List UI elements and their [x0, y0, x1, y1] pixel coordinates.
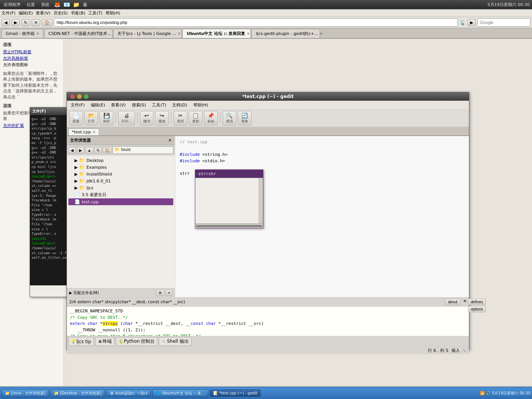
ff-help-menu[interactable]: 帮助(H)	[106, 10, 120, 16]
app-icon-2[interactable]: 📧	[63, 2, 70, 8]
go-button[interactable]: ▶	[467, 19, 476, 26]
tab-gmail[interactable]: Gmail - 收件箱 ✕	[2, 29, 43, 38]
defines-button[interactable]: defines	[468, 299, 486, 305]
tab-label: 关于ljcs - LJ Tools | Google ...	[117, 31, 176, 36]
taskbar-item-terminal[interactable]: 🖥 louis@ljpc: ~/ljcs	[106, 390, 151, 397]
tab-label: Gmail - 收件箱	[6, 31, 35, 36]
gedit-tab-close-icon[interactable]: ✕	[92, 130, 95, 134]
tab-csdn[interactable]: CSDN.NET - 中国最大的IT技术... ✕	[44, 29, 112, 38]
back-button[interactable]: ◀	[2, 19, 10, 26]
gedit-view-menu[interactable]: 查看(V)	[109, 101, 127, 109]
app-menu[interactable]: 应用程序	[2, 1, 22, 8]
tab-close-icon[interactable]: ✕	[320, 32, 323, 36]
reload-button[interactable]: ↻	[21, 19, 30, 26]
fb-back-button[interactable]: ◀	[68, 147, 76, 154]
tab-ljcs-gedit[interactable]: ljcs-gedit-plugin - gedit的c+... ✕	[252, 29, 320, 38]
ff-view-menu[interactable]: 查看(V)	[36, 10, 50, 16]
taskbar-item-desktop-files[interactable]: 📁 [Desktop - 文件浏览器]	[51, 389, 105, 397]
redo-button[interactable]: ↪ 重做	[155, 111, 169, 125]
fb-filter-button[interactable]: ≡	[166, 290, 173, 296]
sidebar-link-allow-style[interactable]: 允许风格标签	[3, 55, 60, 61]
forward-button[interactable]: ▶	[11, 19, 20, 26]
home-button[interactable]: 🏠	[42, 19, 52, 26]
gedit-tools-menu[interactable]: 工具(T)	[150, 101, 168, 109]
file-browser-close-icon[interactable]: ✕	[168, 138, 172, 143]
gedit-search-menu[interactable]: 搜索(S)	[130, 101, 148, 109]
match-files-label[interactable]: 匹配文件名(M)	[74, 290, 99, 296]
app-icon-4[interactable]: 🖥	[82, 2, 88, 8]
find-button[interactable]: 🔍 查找	[223, 111, 236, 125]
fb-refresh-button[interactable]: ↻	[94, 147, 102, 154]
fb-forward-button[interactable]: ▶	[77, 147, 84, 154]
new-button[interactable]: 📄 新建	[69, 111, 83, 125]
info-tab-shell[interactable]: 🐚 Shell 输出	[159, 337, 191, 346]
system-menu[interactable]: 系统	[40, 1, 51, 8]
ff-bookmarks-menu[interactable]: 书签(B)	[71, 10, 85, 16]
app-icon-3[interactable]: 📁	[73, 2, 79, 8]
tab-close-icon[interactable]: ✕	[36, 32, 39, 36]
terminal-content[interactable]: g++ -o2 -DND g++ -o2 -DND src/cps/cp_b c…	[30, 115, 64, 285]
term-line-18: Traceback (m	[32, 198, 64, 203]
rss-icon[interactable]: 📡	[459, 19, 466, 25]
file-tree-item-examples[interactable]: ▶ 📁 Examples	[68, 164, 173, 171]
fb-settings-button[interactable]: ⚙	[156, 290, 164, 296]
terminal-title-file[interactable]: 文件(F)	[32, 109, 46, 114]
tab-ubuntu[interactable]: Ubuntu中文 论坛 :: 发表回复 ✕	[182, 29, 251, 38]
gedit-window-controls	[70, 94, 89, 99]
fb-home-button[interactable]: 🏠	[103, 147, 112, 154]
autocomplete-item-strrchr[interactable]: strrchr	[195, 170, 263, 178]
file-tree-item-desktop[interactable]: ▶ 📁 Desktop	[68, 157, 173, 164]
sidebar-link-disable-html[interactable]: 禁止HTML标签	[3, 49, 60, 55]
print-button[interactable]: 🖨 打印...	[118, 111, 135, 125]
open-button[interactable]: 📂 打开	[84, 111, 98, 125]
file-tree-item-birthday[interactable]: 📄 3.5 老婆生日	[68, 191, 173, 198]
gedit-close-button[interactable]	[70, 94, 75, 99]
gedit-maximize-button[interactable]	[84, 94, 89, 99]
copy-icon: 📋	[192, 112, 199, 119]
tab-ljtools[interactable]: 关于ljcs - LJ Tools | Google ... ✕	[113, 29, 182, 38]
replace-button[interactable]: 🔄 替换	[238, 111, 252, 125]
app-icon-1[interactable]: 🦊	[54, 2, 60, 8]
undo-button[interactable]: ↩ 撤消	[140, 111, 154, 125]
term-line-29: xt_column == -1 failed	[32, 251, 64, 256]
tab-close-icon[interactable]: ✕	[178, 32, 181, 36]
term-line-17: sys:1: Pango	[32, 193, 64, 198]
save-button[interactable]: 💾 保存	[100, 111, 113, 125]
stop-button[interactable]: ✕	[32, 19, 40, 26]
gedit-minimize-button[interactable]	[77, 94, 82, 99]
info-tab-ljcs[interactable]: 💡 ljcs tip	[68, 337, 94, 346]
file-tree-item-jdk[interactable]: ▶ 📁 jdk1.6.0_01	[68, 177, 173, 184]
info-tab-terminal[interactable]: 🖥 终端	[95, 337, 114, 346]
code-editor[interactable]: // test.cpp #include <string.h> #include…	[175, 136, 469, 297]
cut-button[interactable]: ✂ 剪切	[174, 111, 187, 125]
taskbar-item-firefox[interactable]: 🌐 Ubuntu中文 论坛 :: 发...	[152, 389, 208, 397]
expand-icon[interactable]: ▶	[69, 291, 72, 295]
copy-button[interactable]: 📋 复制	[189, 111, 203, 125]
tree-item-label: InstallShield	[86, 172, 112, 177]
file-tree-item-ljcs[interactable]: ▶ 📁 ljcs	[68, 184, 173, 191]
options-button[interactable]: options	[468, 306, 486, 312]
paste-button[interactable]: 📌 粘贴	[204, 111, 218, 125]
taskbar-item-gedit[interactable]: 📝 *test.cpp (~) - gedit	[210, 390, 261, 397]
about-button[interactable]: about	[445, 299, 460, 305]
gedit-edit-menu[interactable]: 编辑(E)	[89, 101, 107, 109]
info-close-icon[interactable]: ✕	[463, 299, 467, 305]
gedit-file-menu[interactable]: 文件(F)	[69, 101, 86, 109]
file-tree-item-installshield[interactable]: ▶ 📁 InstallShield	[68, 171, 173, 177]
tab-close-icon[interactable]: ✕	[247, 32, 250, 36]
address-bar[interactable]	[54, 18, 458, 27]
places-menu[interactable]: 位置	[25, 1, 36, 8]
gedit-tab-test-cpp[interactable]: *test.cpp ✕	[68, 128, 99, 135]
ff-edit-menu[interactable]: 编辑(E)	[19, 10, 33, 16]
taskbar-item-louis-files[interactable]: 📁 [louis - 文件浏览器]	[2, 389, 49, 397]
search-bar[interactable]	[477, 18, 530, 27]
gedit-doc-menu[interactable]: 文档(D)	[171, 101, 188, 109]
gedit-help-menu[interactable]: 帮助(H)	[192, 101, 210, 109]
taskbar-item-icon: 🌐	[156, 391, 160, 395]
file-tree-item-testcpp[interactable]: 📄 test.cpp	[68, 198, 173, 205]
ff-history-menu[interactable]: 历史(S)	[54, 10, 68, 16]
info-tab-python[interactable]: 🐍 Python 控制台	[116, 337, 157, 346]
ff-file-menu[interactable]: 文件(F)	[2, 10, 16, 16]
ff-tools-menu[interactable]: 工具(T)	[88, 10, 102, 16]
fb-up-button[interactable]: ▲	[85, 147, 93, 154]
